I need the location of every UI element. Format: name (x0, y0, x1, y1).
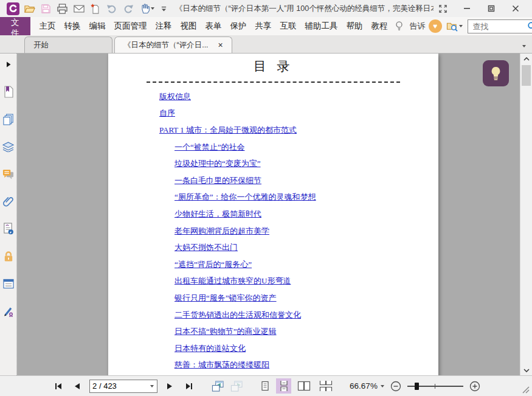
security-panel-button[interactable] (1, 249, 16, 263)
toc-link[interactable]: 版权信息 (159, 91, 191, 102)
email-button[interactable] (71, 1, 87, 16)
page-dropdown-caret[interactable] (150, 385, 154, 387)
zoom-slider[interactable] (407, 381, 463, 391)
single-page-icon (260, 381, 270, 391)
assistant-lightbulb-button[interactable] (483, 60, 509, 86)
maximize-restore-button[interactable] (482, 1, 500, 16)
toc-link[interactable]: “厕所革命”：给你一个优雅的灵魂和梦想 (174, 192, 316, 203)
menu-tab[interactable]: 帮助 (342, 17, 367, 35)
layers-panel-button[interactable] (1, 139, 16, 154)
toc-link[interactable]: 日本特有的道站文化 (174, 343, 246, 354)
toc-row: 一个“被禁止”的社会 (108, 139, 438, 156)
expand-panel-button[interactable] (1, 57, 16, 72)
resize-grip[interactable] (521, 385, 530, 394)
toc-row: 银行只用“服务”锁牢你的资产 (108, 290, 438, 307)
toc-link[interactable]: “遮挡”背后的“服务心” (174, 259, 252, 270)
hand-tool-button[interactable] (136, 1, 158, 16)
minimize-button[interactable] (458, 1, 476, 16)
layout-facing-button[interactable] (295, 378, 313, 394)
scrollbar-thumb[interactable] (522, 65, 531, 86)
zoom-slider-handle[interactable] (415, 383, 419, 391)
zoom-in-button[interactable] (468, 378, 482, 394)
scroll-down-button[interactable] (520, 365, 532, 375)
menu-tab[interactable]: 主页 (35, 17, 60, 35)
toc-link[interactable]: 银行只用“服务”锁牢你的资产 (174, 293, 277, 304)
menu-tab[interactable]: 表单 (201, 17, 226, 35)
zoom-out-button[interactable] (389, 378, 402, 394)
document-tab-label: 开始 (33, 40, 49, 50)
scroll-up-button[interactable] (520, 54, 532, 64)
toc-link[interactable]: 老年网购潮背后的超市美学 (174, 226, 269, 237)
menu-tabs: 主页转换编辑页面管理注释视图表单保护共享互联辅助工具帮助教程 (35, 17, 392, 35)
vertical-scrollbar[interactable] (520, 54, 532, 375)
document-view[interactable]: 目 录 版权信息 自序 PART 1 城市：全局始于微观的都市范式 一个“被禁止… (17, 54, 520, 375)
menu-tab[interactable]: 互联 (276, 17, 301, 35)
zoom-level-button[interactable]: 66.67% (348, 378, 385, 394)
last-page-button[interactable] (181, 378, 196, 394)
page-number-input[interactable] (91, 381, 150, 391)
customize-quick-access-button[interactable] (158, 1, 169, 16)
form-fields-panel-button[interactable] (1, 276, 16, 291)
first-page-button[interactable] (50, 378, 66, 394)
layout-continuous-button[interactable] (276, 378, 291, 394)
menu-tab-file[interactable]: 文件 (0, 17, 30, 35)
menu-tab[interactable]: 编辑 (85, 17, 110, 35)
toc-link[interactable]: 一个“被禁止”的社会 (174, 142, 245, 153)
menubar: 文件 主页转换编辑页面管理注释视图表单保护共享互联辅助工具帮助教程 告诉 ♥ (0, 17, 532, 35)
bookmarks-panel-button[interactable] (1, 85, 16, 99)
ui-layout-button[interactable] (434, 1, 452, 16)
document-tab[interactable]: 开始 × (24, 36, 112, 53)
redo-button[interactable] (120, 1, 136, 16)
document-tab[interactable]: 《日本的细节（“评介日... × (114, 36, 232, 53)
tab-close-icon[interactable]: × (209, 40, 223, 50)
close-button[interactable] (506, 1, 525, 16)
menu-tab[interactable]: 转换 (60, 17, 85, 35)
tips-bulb-button[interactable] (392, 19, 407, 33)
menu-tab[interactable]: 注释 (151, 17, 176, 35)
tab-list-dropdown-caret[interactable] (522, 45, 526, 47)
toc-link[interactable]: 少物好生活，极简新时代 (174, 209, 261, 220)
tell-me-label[interactable]: 告诉 (410, 21, 426, 32)
create-pdf-button[interactable] (87, 1, 103, 16)
toc-link[interactable]: 大妈不捯饬不出门 (174, 242, 238, 253)
save-button[interactable] (38, 1, 54, 16)
menu-tab[interactable]: 辅助工具 (301, 17, 342, 35)
foxit-logo[interactable] (5, 1, 21, 16)
layout-continuous-facing-button[interactable] (317, 378, 335, 394)
bookmark-icon (3, 86, 14, 98)
digital-signatures-panel-button[interactable] (1, 221, 16, 236)
sign-panel-button[interactable] (1, 304, 16, 318)
assistant-heart-button[interactable]: ♥ (429, 19, 442, 33)
chevron-down-icon (523, 369, 530, 372)
toc-row: 出租车能通过城市狭窄的U形弯道 (108, 273, 438, 290)
toc-link[interactable]: 一条白毛巾里的环保细节 (174, 175, 261, 186)
toc-link[interactable]: 慈善：城市飘荡的缕缕暖阳 (174, 360, 269, 370)
toc-link[interactable]: 自序 (159, 108, 175, 119)
menu-tab[interactable]: 保护 (226, 17, 251, 35)
layout-single-page-button[interactable] (257, 378, 272, 394)
previous-view-button[interactable] (210, 378, 225, 394)
toc-row: “遮挡”背后的“服务心” (108, 256, 438, 273)
attachments-panel-button[interactable] (1, 194, 16, 209)
menu-tab[interactable]: 页面管理 (110, 17, 151, 35)
next-page-button[interactable] (162, 378, 178, 394)
open-folder-icon (24, 4, 35, 14)
toc-link[interactable]: 日本不搞“购物节”的商业逻辑 (174, 326, 277, 337)
search-folder-button[interactable] (445, 19, 465, 33)
menu-tab[interactable]: 教程 (367, 17, 392, 35)
page-thumbnails-panel-button[interactable] (1, 112, 16, 127)
toc-link[interactable]: 垃圾处理中的“变废为宝” (174, 158, 261, 169)
next-view-button[interactable] (229, 378, 244, 394)
toc-link[interactable]: 出租车能通过城市狭窄的U形弯道 (174, 276, 291, 287)
menu-tab[interactable]: 共享 (251, 17, 276, 35)
previous-page-button[interactable] (69, 378, 85, 394)
toc-link[interactable]: 二手货热销透出的生活观和信誉文化 (174, 310, 301, 321)
menu-tab[interactable]: 视图 (176, 17, 201, 35)
undo-button[interactable] (103, 1, 120, 16)
find-go-button[interactable] (526, 20, 532, 32)
comments-panel-button[interactable] (1, 167, 16, 181)
toc-link[interactable]: PART 1 城市：全局始于微观的都市范式 (159, 125, 297, 136)
open-file-button[interactable] (21, 1, 38, 16)
find-input[interactable] (472, 21, 526, 32)
print-button[interactable] (54, 1, 71, 16)
